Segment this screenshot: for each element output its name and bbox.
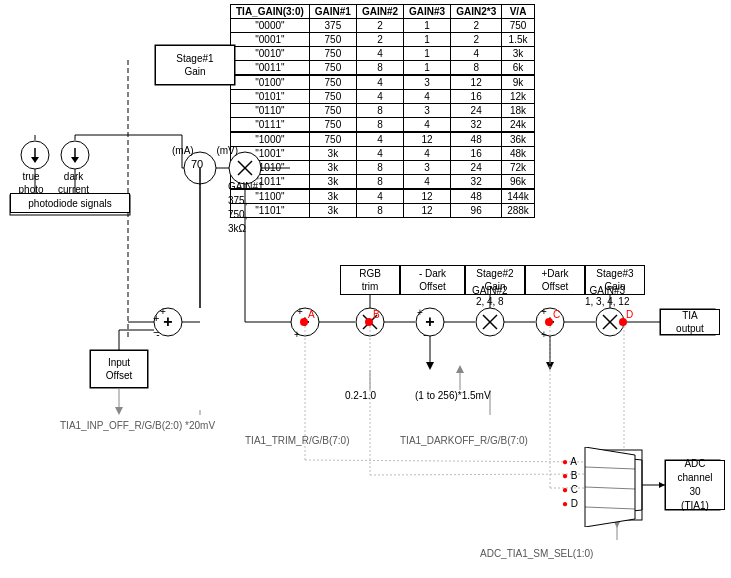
table-cell: 3 [404,75,451,90]
table-cell: 96 [451,204,502,218]
table-cell: 8 [356,175,403,190]
table-cell: "0001" [231,33,310,47]
svg-text:+: + [541,306,547,317]
table-cell: 750 [309,132,356,147]
svg-marker-6 [71,157,79,163]
table-cell: 3k [309,147,356,161]
point-c-dot [545,318,553,326]
table-row: "0001"7502121.5k [231,33,535,47]
svg-line-36 [483,315,497,329]
table-cell: 72k [502,161,535,175]
svg-marker-4 [31,157,39,163]
table-cell: 96k [502,175,535,190]
table-cell: 4 [356,47,403,61]
table-cell: 24 [451,104,502,118]
table-cell: 16 [451,147,502,161]
photodiode-signals-label: photodiode signals [10,193,130,213]
point-b-label: B [373,309,380,320]
table-cell: 12 [404,189,451,204]
table-cell: "0110" [231,104,310,118]
table-row: "0000"375212750 [231,19,535,33]
table-cell: 32 [451,175,502,190]
table-cell: 12 [404,132,451,147]
table-cell: 12 [451,75,502,90]
rgb-trim-box: RGB trim [340,265,400,295]
units-label: (mA) (mV) [172,145,238,156]
table-cell: 48 [451,189,502,204]
point-d-label: D [626,309,633,320]
dark-offset-minus-box: - Dark Offset [400,265,465,295]
table-cell: "0111" [231,118,310,133]
table-cell: 4 [356,189,403,204]
table-cell: 2 [451,33,502,47]
table-cell: 2 [356,33,403,47]
scale-label-1: 0.2-1.0 [345,390,376,401]
svg-line-42 [603,315,617,329]
table-cell: 3 [404,161,451,175]
table-cell: 4 [356,75,403,90]
table-cell: 4 [356,132,403,147]
table-cell: 1 [404,47,451,61]
table-cell: 750 [309,118,356,133]
col-header-gain2x3: GAIN2*3 [451,5,502,19]
table-cell: "0010" [231,47,310,61]
scale-label-2: (1 to 256)*1.5mV [415,390,491,401]
table-cell: 8 [356,204,403,218]
table-cell: 750 [309,47,356,61]
mux-input-a: ● A [562,456,577,467]
svg-text:+: + [297,306,303,317]
col-header-va: V/A [502,5,535,19]
table-cell: 750 [309,104,356,118]
table-row: "1010"3k832472k [231,161,535,175]
svg-marker-57 [115,407,123,415]
table-row: "0011"7508186k [231,61,535,76]
table-cell: "1010" [231,161,310,175]
table-cell: 1 [404,19,451,33]
table-cell: "0000" [231,19,310,33]
table-cell: 3k [309,161,356,175]
table-row: "0111"750843224k [231,118,535,133]
svg-point-2 [61,141,89,169]
tia1-darkoff-label: TIA1_DARKOFF_R/G/B(7:0) [400,435,528,446]
table-cell: 9k [502,75,535,90]
mux-shape [580,447,640,527]
point-a-dot [300,318,308,326]
table-row: "0110"750832418k [231,104,535,118]
table-cell: 750 [309,75,356,90]
table-cell: 750 [502,19,535,33]
adc-sel-label: ADC_TIA1_SM_SEL(1:0) [480,548,593,559]
table-row: "0101"750441612k [231,90,535,104]
table-cell: "1001" [231,147,310,161]
svg-text:-: - [423,329,426,340]
point-c-label: C [553,309,560,320]
svg-marker-70 [546,362,554,370]
table-cell: 4 [404,175,451,190]
mux-input-c: ● C [562,484,578,495]
tia1-inp-label: TIA1_INP_OFF_R/G/B(2:0) *20mV [60,420,215,431]
svg-point-34 [476,308,504,336]
gain-table: TIA_GAIN(3:0) GAIN#1 GAIN#2 GAIN#3 GAIN2… [230,4,535,218]
gain-70-label: 70 [191,158,203,170]
table-cell: 6k [502,61,535,76]
table-cell: 750 [309,61,356,76]
table-cell: 36k [502,132,535,147]
svg-marker-77 [456,365,464,373]
table-cell: 4 [404,118,451,133]
main-container: TIA_GAIN(3:0) GAIN#1 GAIN#2 GAIN#3 GAIN2… [0,0,731,578]
table-cell: "1000" [231,132,310,147]
table-cell: "0100" [231,75,310,90]
table-cell: 750 [309,33,356,47]
gain3-label-below: GAIN#3 1, 3, 4, 12 [585,285,629,307]
table-row: "1100"3k41248144k [231,189,535,204]
stage1-gain-box: Stage#1 Gain [155,45,235,85]
col-header-gain3: GAIN#3 [404,5,451,19]
table-cell: 8 [451,61,502,76]
table-cell: 1 [404,33,451,47]
table-cell: 8 [356,104,403,118]
col-header-gain1: GAIN#1 [309,5,356,19]
svg-line-35 [483,315,497,329]
gain1-label: GAIN#1 375, 750, 3kΩ [228,180,264,236]
table-cell: 4 [404,90,451,104]
table-cell: "0011" [231,61,310,76]
table-cell: 4 [404,147,451,161]
